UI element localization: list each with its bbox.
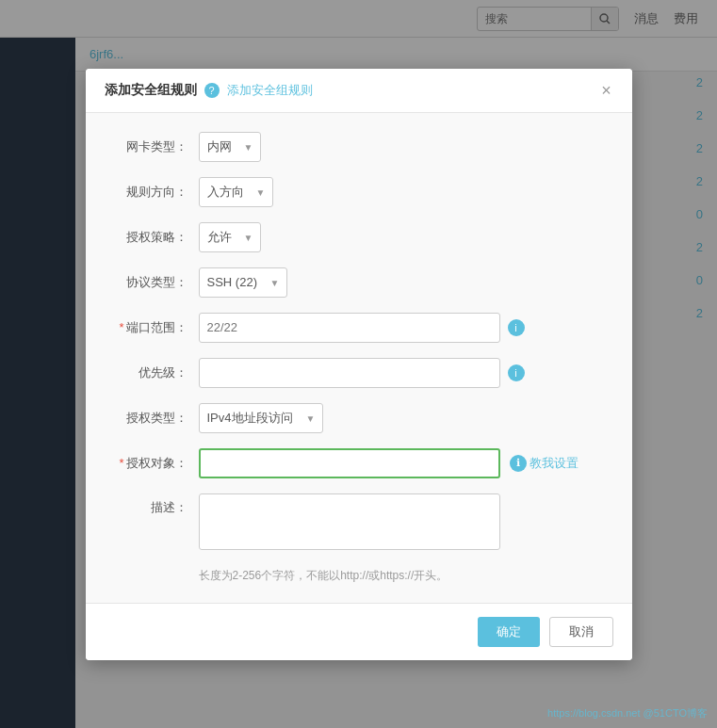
port-range-row: *端口范围： i	[114, 313, 604, 343]
cancel-button[interactable]: 取消	[549, 617, 613, 647]
dialog-body: 网卡类型： 内网 外网 ▼ 规则方向： 入方向 出方向 ▼	[86, 113, 632, 603]
priority-info-icon[interactable]: i	[508, 364, 525, 381]
protocol-type-select[interactable]: SSH (22) TCP UDP ICMP ALL	[199, 267, 287, 298]
auth-type-field: IPv4地址段访问 安全组访问 ▼	[199, 403, 323, 433]
auth-policy-label: 授权策略：	[114, 229, 199, 246]
priority-label: 优先级：	[114, 364, 199, 381]
confirm-button[interactable]: 确定	[478, 617, 540, 647]
rule-direction-row: 规则方向： 入方向 出方向 ▼	[114, 177, 604, 207]
protocol-type-row: 协议类型： SSH (22) TCP UDP ICMP ALL ▼	[114, 267, 604, 298]
nic-type-select[interactable]: 内网 外网	[199, 132, 261, 162]
auth-target-help-icon: ℹ	[510, 455, 527, 472]
port-range-field	[199, 313, 500, 343]
description-field	[199, 493, 500, 553]
nic-type-field: 内网 外网 ▼	[199, 132, 261, 162]
auth-type-row: 授权类型： IPv4地址段访问 安全组访问 ▼	[114, 403, 604, 433]
dialog-overlay: 添加安全组规则 ? 添加安全组规则 × 网卡类型： 内网 外网 ▼ 规则方向：	[0, 0, 717, 728]
dialog-help-icon[interactable]: ?	[204, 83, 220, 98]
dialog-close-button[interactable]: ×	[595, 80, 618, 103]
rule-direction-select[interactable]: 入方向 出方向	[199, 177, 273, 207]
auth-target-field: 0.0.0.0/0	[199, 448, 500, 478]
watermark: https://blog.csdn.net @51CTO博客	[547, 706, 708, 720]
description-hint: 长度为2-256个字符，不能以http://或https://开头。	[199, 568, 604, 584]
dialog-title: 添加安全组规则	[105, 82, 197, 99]
rule-direction-field: 入方向 出方向 ▼	[199, 177, 273, 207]
auth-type-label: 授权类型：	[114, 410, 199, 427]
description-input[interactable]	[199, 493, 500, 550]
priority-row: 优先级： 1 i	[114, 358, 604, 388]
protocol-type-label: 协议类型：	[114, 274, 199, 291]
dialog-subtitle: 添加安全组规则	[227, 82, 313, 99]
auth-policy-row: 授权策略： 允许 拒绝 ▼	[114, 222, 604, 252]
priority-field: 1	[199, 358, 500, 388]
auth-target-help-text: 教我设置	[530, 455, 578, 472]
auth-target-input[interactable]: 0.0.0.0/0	[199, 448, 500, 478]
port-range-required: *	[119, 320, 123, 334]
auth-policy-field: 允许 拒绝 ▼	[199, 222, 261, 252]
auth-target-required: *	[119, 456, 123, 470]
auth-target-label: *授权对象：	[114, 455, 199, 472]
protocol-type-field: SSH (22) TCP UDP ICMP ALL ▼	[199, 267, 287, 298]
description-label: 描述：	[114, 493, 199, 516]
rule-direction-label: 规则方向：	[114, 184, 199, 201]
nic-type-label: 网卡类型：	[114, 138, 199, 155]
priority-input[interactable]: 1	[199, 358, 500, 388]
auth-policy-select[interactable]: 允许 拒绝	[199, 222, 261, 252]
description-row: 描述：	[114, 493, 604, 553]
add-security-rule-dialog: 添加安全组规则 ? 添加安全组规则 × 网卡类型： 内网 外网 ▼ 规则方向：	[86, 69, 632, 660]
nic-type-row: 网卡类型： 内网 外网 ▼	[114, 132, 604, 162]
dialog-header: 添加安全组规则 ? 添加安全组规则 ×	[86, 69, 632, 113]
auth-target-row: *授权对象： 0.0.0.0/0 ℹ 教我设置	[114, 448, 604, 478]
dialog-footer: 确定 取消	[86, 603, 632, 660]
auth-target-help-link[interactable]: ℹ 教我设置	[510, 455, 578, 472]
port-range-input[interactable]	[199, 313, 500, 343]
auth-type-select[interactable]: IPv4地址段访问 安全组访问	[199, 403, 323, 433]
port-range-label: *端口范围：	[114, 319, 199, 336]
port-range-info-icon[interactable]: i	[508, 319, 525, 336]
